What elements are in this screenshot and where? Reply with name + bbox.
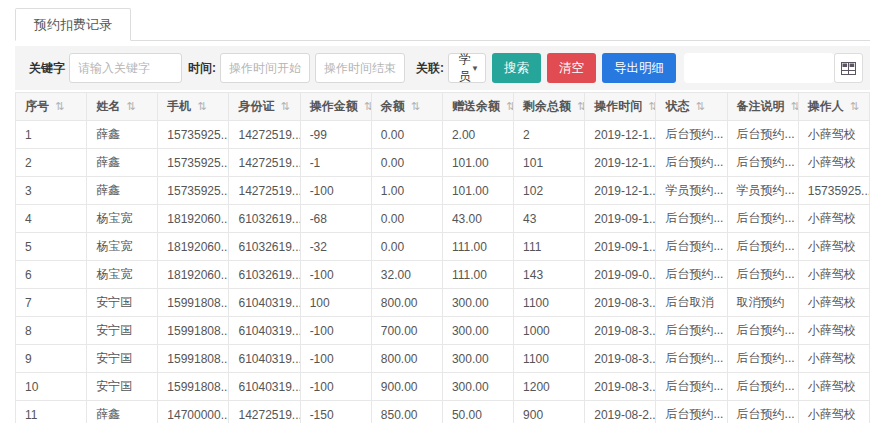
table-cell: 1100: [514, 345, 585, 373]
table-cell: 15991808...: [158, 345, 229, 373]
column-header[interactable]: 姓名⇅: [87, 93, 158, 121]
sort-icon[interactable]: ⇅: [280, 100, 289, 112]
column-header[interactable]: 赠送余额⇅: [442, 93, 513, 121]
sort-icon[interactable]: ⇅: [364, 100, 372, 112]
column-header[interactable]: 手机⇅: [158, 93, 229, 121]
table-cell: 1.00: [371, 177, 442, 205]
table-row: 5杨宝宽18192060...61032619...-320.00111.001…: [16, 233, 870, 261]
table-cell: -100: [300, 373, 371, 401]
table-cell: 300.00: [442, 317, 513, 345]
table-cell: -68: [300, 205, 371, 233]
table-cell: 61040319...: [229, 317, 300, 345]
table-cell: 后台预约...: [727, 205, 798, 233]
table-cell: 2.00: [442, 121, 513, 149]
table-cell: 15991808...: [158, 317, 229, 345]
table-cell: 300.00: [442, 345, 513, 373]
table-cell: 安宁国: [87, 373, 158, 401]
relation-label: 关联:: [416, 60, 444, 77]
table-cell: 4: [16, 205, 87, 233]
table-cell: 2019-08-2...: [585, 401, 656, 423]
table-cell: 杨宝宽: [87, 233, 158, 261]
sort-icon[interactable]: ⇅: [55, 100, 64, 112]
table-cell: 后台预约...: [656, 233, 727, 261]
table-row: 4杨宝宽18192060...61032619...-680.0043.0043…: [16, 205, 870, 233]
table-body: 1薛鑫15735925...14272519...-990.002.002201…: [16, 121, 870, 423]
column-header[interactable]: 状态⇅: [656, 93, 727, 121]
table-cell: 取消预约: [727, 289, 798, 317]
table-cell: 薛鑫: [87, 177, 158, 205]
table-cell: 安宁国: [87, 317, 158, 345]
column-label: 状态: [665, 99, 689, 113]
table-cell: 后台预约...: [656, 261, 727, 289]
table-cell: 61040319...: [229, 345, 300, 373]
table-cell: 300.00: [442, 373, 513, 401]
table-cell: 2019-08-3...: [585, 317, 656, 345]
table-row: 11薛鑫14700000...14272519...-150850.0050.0…: [16, 401, 870, 423]
sort-icon[interactable]: ⇅: [695, 100, 704, 112]
column-header[interactable]: 备注说明⇅: [727, 93, 798, 121]
columns-toggle-button[interactable]: [834, 53, 863, 83]
table-cell: 61032619...: [229, 233, 300, 261]
table-cell: 800.00: [371, 289, 442, 317]
column-header[interactable]: 操作时间⇅: [585, 93, 656, 121]
column-label: 剩余总额: [523, 99, 571, 113]
relation-select[interactable]: 学员 ▼: [448, 53, 486, 83]
table-cell: 15735925...: [158, 149, 229, 177]
time-start-input[interactable]: [220, 53, 310, 83]
sort-icon[interactable]: ⇅: [197, 100, 206, 112]
table-cell: 后台预约...: [727, 149, 798, 177]
table-cell: 101: [514, 149, 585, 177]
column-header[interactable]: 剩余总额⇅: [514, 93, 585, 121]
sort-icon[interactable]: ⇅: [791, 100, 799, 112]
search-button[interactable]: 搜索: [492, 53, 541, 83]
column-label: 余额: [381, 99, 405, 113]
table-cell: 14272519...: [229, 149, 300, 177]
table-cell: 0.00: [371, 233, 442, 261]
keyword-input[interactable]: [69, 53, 182, 83]
table-cell: 2019-08-3...: [585, 289, 656, 317]
clear-button[interactable]: 清空: [547, 53, 596, 83]
column-label: 操作时间: [594, 99, 642, 113]
sort-icon[interactable]: ⇅: [850, 100, 859, 112]
table-cell: 后台预约...: [656, 401, 727, 423]
table-cell: 9: [16, 345, 87, 373]
table-cell: 18192060...: [158, 205, 229, 233]
column-header[interactable]: 余额⇅: [371, 93, 442, 121]
table-cell: 8: [16, 317, 87, 345]
table-cell: 61040319...: [229, 289, 300, 317]
table-cell: 小薛驾校: [798, 373, 869, 401]
table-cell: -100: [300, 177, 371, 205]
sort-icon[interactable]: ⇅: [411, 100, 420, 112]
time-end-input[interactable]: [315, 53, 405, 83]
table-cell: 143: [514, 261, 585, 289]
sort-icon[interactable]: ⇅: [126, 100, 135, 112]
table-cell: 111.00: [442, 233, 513, 261]
table-cell: 15991808...: [158, 373, 229, 401]
table-cell: 2019-08-3...: [585, 345, 656, 373]
table-cell: 15735925...: [798, 177, 869, 205]
export-button[interactable]: 导出明细: [602, 53, 676, 83]
table-cell: 15735925...: [158, 121, 229, 149]
table-cell: 18192060...: [158, 261, 229, 289]
sort-icon[interactable]: ⇅: [648, 100, 656, 112]
tab-deduction-records[interactable]: 预约扣费记录: [15, 8, 131, 41]
column-header[interactable]: 操作金额⇅: [300, 93, 371, 121]
table-search-input[interactable]: [684, 53, 834, 83]
sort-icon[interactable]: ⇅: [577, 100, 585, 112]
column-header[interactable]: 序号⇅: [16, 93, 87, 121]
table-cell: 7: [16, 289, 87, 317]
column-header[interactable]: 操作人⇅: [798, 93, 869, 121]
table-cell: 2019-09-0...: [585, 261, 656, 289]
sort-icon[interactable]: ⇅: [506, 100, 514, 112]
table-cell: -32: [300, 233, 371, 261]
table-cell: 杨宝宽: [87, 205, 158, 233]
table-cell: 10: [16, 373, 87, 401]
table-cell: 5: [16, 233, 87, 261]
table-cell: 薛鑫: [87, 149, 158, 177]
table-cell: 小薛驾校: [798, 149, 869, 177]
table-cell: 2019-08-3...: [585, 373, 656, 401]
column-header[interactable]: 身份证⇅: [229, 93, 300, 121]
table-row: 6杨宝宽18192060...61032619...-10032.00111.0…: [16, 261, 870, 289]
table-cell: -150: [300, 401, 371, 423]
relation-select-value: 学员: [459, 51, 471, 85]
